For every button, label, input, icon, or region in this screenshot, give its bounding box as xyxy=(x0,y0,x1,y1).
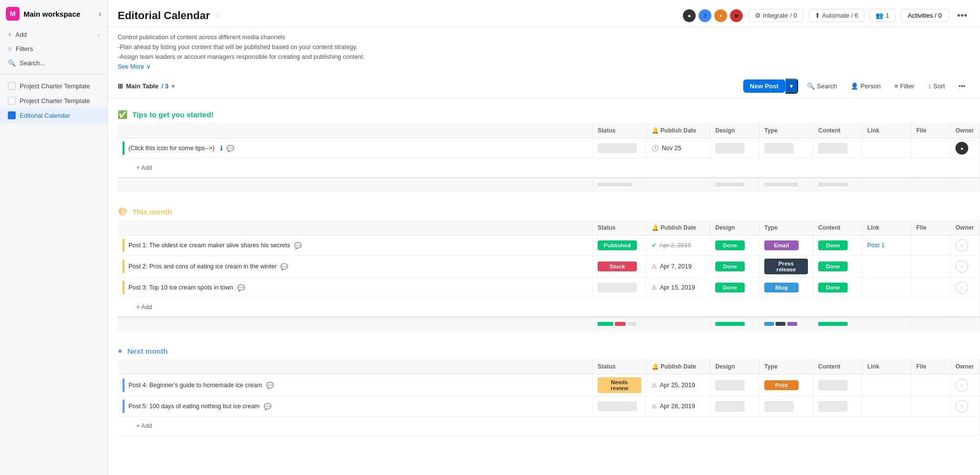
sidebar-collapse-button[interactable]: ‹ xyxy=(99,9,101,19)
toolbar-more-icon: ••• xyxy=(958,82,965,90)
post4-name-cell: Post 4: Beginner's guide to homemade ice… xyxy=(118,374,593,396)
summary-type-cell xyxy=(759,178,813,191)
sidebar-item-search[interactable]: 🔍 Search... xyxy=(0,56,107,70)
group-this-month-header: 🌕 This month xyxy=(108,203,980,220)
summary-design-tm xyxy=(710,317,759,331)
alert-icon-4: ⚠ xyxy=(652,382,657,389)
post2-date: Apr 7, 2019 xyxy=(660,263,692,270)
stuck-badge: Stuck xyxy=(598,262,637,271)
col-design-nm: Design xyxy=(710,359,759,374)
sidebar-header: M Main workspace ‹ xyxy=(0,0,107,27)
table-row: Post 2: Pros and cons of eating ice crea… xyxy=(118,256,980,278)
post4-type-cell: Print xyxy=(759,374,813,396)
sidebar-item-filters[interactable]: ⌽ Filters xyxy=(0,42,107,56)
add-button-nm[interactable]: + Add xyxy=(123,420,975,432)
table-selector[interactable]: ⊞ Main Table / 3 ▾ xyxy=(118,82,175,90)
sidebar-item-pct1[interactable]: Project Charter Template xyxy=(0,79,107,93)
bell-icon-tips: 🔔 xyxy=(652,127,659,134)
sidebar-item-editorial-calendar[interactable]: Editorial Calendar xyxy=(0,108,107,123)
page-title: Editorial Calendar xyxy=(118,9,210,22)
summary-design-cell xyxy=(710,178,759,191)
workspace-title: Main workspace xyxy=(24,10,80,18)
next-month-table-wrapper: Status 🔔 Publish Date Design Type Conten… xyxy=(108,359,980,436)
post3-date: Apr 15, 2019 xyxy=(660,284,695,291)
table-chevron-icon: ▾ xyxy=(172,83,175,90)
comment-icon[interactable]: 💬 xyxy=(264,403,272,410)
col-content-nm: Content xyxy=(813,359,862,374)
integrate-icon: ⚙ xyxy=(755,12,761,19)
col-owner-tips: Owner xyxy=(951,123,980,138)
needs-review-badge: Needs review xyxy=(598,377,641,393)
summary-date-cell xyxy=(647,178,710,191)
new-post-button[interactable]: New Post xyxy=(743,79,786,93)
group-next-month-icon: ● xyxy=(118,346,123,355)
design-empty-4 xyxy=(715,380,745,391)
post2-owner-cell: ○ xyxy=(951,256,980,278)
table-row: Post 1: The oldest ice cream maker alive… xyxy=(118,236,980,256)
sort-label: Sort xyxy=(933,82,945,90)
comment-icon[interactable]: 💬 xyxy=(280,263,288,270)
add-button-tips[interactable]: + Add xyxy=(123,161,975,174)
summary-file-tm xyxy=(911,317,951,331)
post5-link-cell xyxy=(862,396,911,417)
post3-name-cell: Post 3: Top 10 ice cream spots in town 💬 xyxy=(118,278,593,298)
top-bar: Editorial Calendar ☆ ● 👤 ● M ⚙ Integrate… xyxy=(108,0,980,27)
sort-button[interactable]: ↕ Sort xyxy=(923,80,950,92)
blog-type-badge: Blog xyxy=(764,283,799,292)
group-tips-header: ✅ Tips to get you started! xyxy=(108,106,980,123)
summary-row-tm xyxy=(118,317,980,331)
favorite-star-icon[interactable]: ☆ xyxy=(215,11,222,20)
sidebar-item-add[interactable]: + Add › xyxy=(0,27,107,42)
summary-empty-bar xyxy=(628,322,636,326)
row-color-bar xyxy=(123,141,125,155)
post1-name: Post 1: The oldest ice cream maker alive… xyxy=(128,242,290,249)
integrate-button[interactable]: ⚙ Integrate / 0 xyxy=(749,9,803,22)
add-label: Add xyxy=(16,31,27,38)
person-button[interactable]: 👤 Person xyxy=(846,80,885,92)
search-icon: 🔍 xyxy=(8,59,16,67)
add-row-this-month[interactable]: + Add xyxy=(118,298,980,317)
sort-icon: ↕ xyxy=(928,82,931,90)
add-button-tm[interactable]: + Add xyxy=(123,301,975,314)
members-button[interactable]: 👥 1 xyxy=(869,9,895,22)
person-icon: 👤 xyxy=(851,82,858,90)
post1-link[interactable]: Post 1 xyxy=(867,242,884,249)
sidebar-item-pct2[interactable]: Project Charter Template xyxy=(0,93,107,108)
comment-icon[interactable]: 💬 xyxy=(294,242,302,249)
post1-owner-cell: ○ xyxy=(951,236,980,256)
col-design-tm: Design xyxy=(710,220,759,236)
add-row-tips[interactable]: + Add xyxy=(118,158,980,178)
clock-icon: 🕐 xyxy=(652,145,659,152)
activities-label: Activities / 0 xyxy=(908,12,942,19)
tip-file-cell xyxy=(911,138,951,158)
post4-date-cell: ⚠ Apr 25, 2019 xyxy=(647,374,710,396)
col-type-tips: Type xyxy=(759,123,813,138)
add-row-next-month[interactable]: + Add xyxy=(118,417,980,436)
toolbar-right: New Post ▾ 🔍 Search 👤 Person ≡ Filter ↕ … xyxy=(743,79,970,94)
toolbar-more-button[interactable]: ••• xyxy=(954,80,970,92)
summary-owner-tm xyxy=(951,317,980,331)
summary-type-tm xyxy=(759,317,813,331)
automate-button[interactable]: ⬆ Automate / 6 xyxy=(808,9,865,22)
search-button[interactable]: 🔍 Search xyxy=(802,80,842,92)
next-month-table: Status 🔔 Publish Date Design Type Conten… xyxy=(118,359,980,436)
col-date-nm: 🔔 Publish Date xyxy=(647,359,710,374)
print-type-badge: Print xyxy=(764,380,799,390)
more-options-button[interactable]: ••• xyxy=(954,10,970,21)
comment-icon[interactable]: 💬 xyxy=(237,284,245,291)
tip-hint-icon[interactable]: ℹ xyxy=(220,144,223,152)
post2-design-cell: Done xyxy=(710,256,759,278)
design-done-badge-2: Done xyxy=(715,262,745,271)
activities-button[interactable]: Activities / 0 xyxy=(901,9,949,22)
comment-icon[interactable]: 💬 xyxy=(266,382,274,389)
summary-status-cell xyxy=(593,178,647,191)
group-tips: ✅ Tips to get you started! Status 🔔 Publ… xyxy=(108,106,980,191)
post4-date: Apr 25, 2019 xyxy=(660,382,695,389)
empty-status-badge xyxy=(598,283,637,292)
filter-button[interactable]: ≡ Filter xyxy=(890,80,919,92)
tips-column-headers: Status 🔔 Publish Date Design Type Conten… xyxy=(118,123,980,138)
new-post-dropdown-button[interactable]: ▾ xyxy=(785,79,798,94)
see-more-button[interactable]: See More ∨ xyxy=(118,63,151,70)
comment-icon[interactable]: 💬 xyxy=(226,145,234,152)
content-done-badge-2: Done xyxy=(818,262,848,271)
